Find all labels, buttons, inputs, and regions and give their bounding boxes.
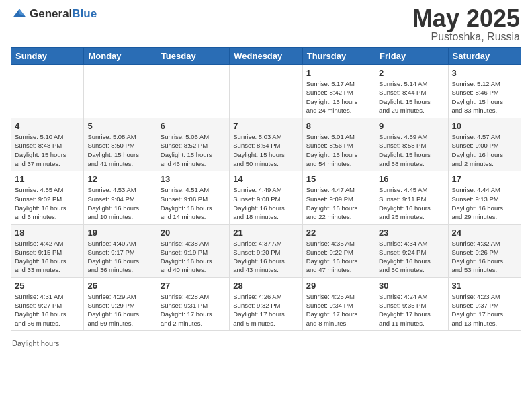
day-info: Sunrise: 4:51 AM Sunset: 9:06 PM Dayligh… [161, 185, 226, 221]
table-row: 10Sunrise: 4:57 AM Sunset: 9:00 PM Dayli… [448, 118, 521, 171]
day-info: Sunrise: 4:31 AM Sunset: 9:27 PM Dayligh… [15, 292, 80, 328]
calendar-row: 4Sunrise: 5:10 AM Sunset: 8:48 PM Daylig… [11, 118, 521, 171]
day-info: Sunrise: 4:23 AM Sunset: 9:37 PM Dayligh… [452, 292, 517, 328]
table-row: 2Sunrise: 5:14 AM Sunset: 8:44 PM Daylig… [375, 65, 448, 118]
day-number: 11 [15, 174, 80, 184]
day-number: 25 [15, 281, 80, 291]
table-row [84, 65, 157, 118]
header-saturday: Saturday [448, 48, 521, 65]
day-number: 17 [452, 174, 517, 184]
calendar-row: 11Sunrise: 4:55 AM Sunset: 9:02 PM Dayli… [11, 171, 521, 224]
day-number: 12 [87, 174, 152, 184]
day-number: 28 [233, 281, 298, 291]
table-row [157, 65, 229, 118]
day-number: 23 [379, 228, 444, 238]
table-row: 6Sunrise: 5:06 AM Sunset: 8:52 PM Daylig… [157, 118, 229, 171]
day-info: Sunrise: 4:28 AM Sunset: 9:31 PM Dayligh… [161, 292, 226, 328]
table-row: 27Sunrise: 4:28 AM Sunset: 9:31 PM Dayli… [157, 277, 229, 330]
day-info: Sunrise: 4:38 AM Sunset: 9:19 PM Dayligh… [161, 239, 226, 275]
day-info: Sunrise: 4:34 AM Sunset: 9:24 PM Dayligh… [379, 239, 444, 275]
table-row: 25Sunrise: 4:31 AM Sunset: 9:27 PM Dayli… [11, 277, 84, 330]
day-info: Sunrise: 4:55 AM Sunset: 9:02 PM Dayligh… [15, 185, 80, 221]
day-info: Sunrise: 5:01 AM Sunset: 8:56 PM Dayligh… [306, 132, 371, 168]
table-row: 26Sunrise: 4:29 AM Sunset: 9:29 PM Dayli… [84, 277, 157, 330]
day-info: Sunrise: 4:32 AM Sunset: 9:26 PM Dayligh… [452, 239, 517, 275]
day-number: 4 [15, 121, 80, 131]
header-sunday: Sunday [11, 48, 84, 65]
day-header-row: Sunday Monday Tuesday Wednesday Thursday… [11, 48, 521, 65]
day-number: 9 [379, 121, 444, 131]
day-info: Sunrise: 5:10 AM Sunset: 8:48 PM Dayligh… [15, 132, 80, 168]
day-number: 7 [233, 121, 298, 131]
day-info: Sunrise: 4:45 AM Sunset: 9:11 PM Dayligh… [379, 185, 444, 221]
day-info: Sunrise: 4:57 AM Sunset: 9:00 PM Dayligh… [452, 132, 517, 168]
day-info: Sunrise: 4:40 AM Sunset: 9:17 PM Dayligh… [87, 239, 152, 275]
calendar-row: 18Sunrise: 4:42 AM Sunset: 9:15 PM Dayli… [11, 224, 521, 277]
header-wednesday: Wednesday [230, 48, 302, 65]
table-row [11, 65, 84, 118]
day-number: 26 [87, 281, 152, 291]
table-row: 19Sunrise: 4:40 AM Sunset: 9:17 PM Dayli… [84, 224, 157, 277]
table-row: 3Sunrise: 5:12 AM Sunset: 8:46 PM Daylig… [448, 65, 521, 118]
day-number: 20 [161, 228, 226, 238]
day-info: Sunrise: 4:25 AM Sunset: 9:34 PM Dayligh… [306, 292, 371, 328]
table-row: 21Sunrise: 4:37 AM Sunset: 9:20 PM Dayli… [230, 224, 302, 277]
day-number: 24 [452, 228, 517, 238]
day-info: Sunrise: 4:47 AM Sunset: 9:09 PM Dayligh… [306, 185, 371, 221]
calendar-table: Sunday Monday Tuesday Wednesday Thursday… [11, 47, 521, 331]
table-row: 11Sunrise: 4:55 AM Sunset: 9:02 PM Dayli… [11, 171, 84, 224]
day-number: 18 [15, 228, 80, 238]
calendar-row: 1Sunrise: 5:17 AM Sunset: 8:42 PM Daylig… [11, 65, 521, 118]
day-number: 30 [379, 281, 444, 291]
day-number: 15 [306, 174, 371, 184]
table-row: 29Sunrise: 4:25 AM Sunset: 9:34 PM Dayli… [302, 277, 375, 330]
day-info: Sunrise: 5:12 AM Sunset: 8:46 PM Dayligh… [452, 79, 517, 115]
table-row: 30Sunrise: 4:24 AM Sunset: 9:35 PM Dayli… [375, 277, 448, 330]
day-info: Sunrise: 5:03 AM Sunset: 8:54 PM Dayligh… [233, 132, 298, 168]
day-info: Sunrise: 4:29 AM Sunset: 9:29 PM Dayligh… [87, 292, 152, 328]
day-number: 3 [452, 68, 517, 78]
day-number: 14 [233, 174, 298, 184]
table-row: 22Sunrise: 4:35 AM Sunset: 9:22 PM Dayli… [302, 224, 375, 277]
day-info: Sunrise: 5:06 AM Sunset: 8:52 PM Dayligh… [161, 132, 226, 168]
day-info: Sunrise: 4:53 AM Sunset: 9:04 PM Dayligh… [87, 185, 152, 221]
table-row: 16Sunrise: 4:45 AM Sunset: 9:11 PM Dayli… [375, 171, 448, 224]
day-number: 22 [306, 228, 371, 238]
logo-general-text: General [30, 7, 72, 20]
day-number: 27 [161, 281, 226, 291]
table-row: 20Sunrise: 4:38 AM Sunset: 9:19 PM Dayli… [157, 224, 229, 277]
day-number: 19 [87, 228, 152, 238]
table-row: 12Sunrise: 4:53 AM Sunset: 9:04 PM Dayli… [84, 171, 157, 224]
header-thursday: Thursday [302, 48, 375, 65]
table-row: 14Sunrise: 4:49 AM Sunset: 9:08 PM Dayli… [230, 171, 302, 224]
day-number: 31 [452, 281, 517, 291]
calendar-wrap: Sunday Monday Tuesday Wednesday Thursday… [0, 47, 532, 336]
table-row: 31Sunrise: 4:23 AM Sunset: 9:37 PM Dayli… [448, 277, 521, 330]
table-row: 24Sunrise: 4:32 AM Sunset: 9:26 PM Dayli… [448, 224, 521, 277]
day-number: 6 [161, 121, 226, 131]
header-friday: Friday [375, 48, 448, 65]
table-row: 9Sunrise: 4:59 AM Sunset: 8:58 PM Daylig… [375, 118, 448, 171]
day-number: 10 [452, 121, 517, 131]
day-info: Sunrise: 4:42 AM Sunset: 9:15 PM Dayligh… [15, 239, 80, 275]
table-row: 28Sunrise: 4:26 AM Sunset: 9:32 PM Dayli… [230, 277, 302, 330]
day-number: 16 [379, 174, 444, 184]
table-row: 13Sunrise: 4:51 AM Sunset: 9:06 PM Dayli… [157, 171, 229, 224]
day-number: 8 [306, 121, 371, 131]
day-number: 13 [161, 174, 226, 184]
table-row: 23Sunrise: 4:34 AM Sunset: 9:24 PM Dayli… [375, 224, 448, 277]
day-info: Sunrise: 5:08 AM Sunset: 8:50 PM Dayligh… [87, 132, 152, 168]
title-block: May 2025 Pustoshka, Russia [412, 7, 520, 43]
header: GeneralBlue May 2025 Pustoshka, Russia [0, 0, 532, 47]
day-number: 5 [87, 121, 152, 131]
day-info: Sunrise: 5:14 AM Sunset: 8:44 PM Dayligh… [379, 79, 444, 115]
logo-blue-text: Blue [72, 7, 97, 20]
footer: Daylight hours [0, 336, 532, 350]
day-info: Sunrise: 4:37 AM Sunset: 9:20 PM Dayligh… [233, 239, 298, 275]
table-row: 4Sunrise: 5:10 AM Sunset: 8:48 PM Daylig… [11, 118, 84, 171]
day-info: Sunrise: 5:17 AM Sunset: 8:42 PM Dayligh… [306, 79, 371, 115]
calendar-row: 25Sunrise: 4:31 AM Sunset: 9:27 PM Dayli… [11, 277, 521, 330]
day-info: Sunrise: 4:59 AM Sunset: 8:58 PM Dayligh… [379, 132, 444, 168]
daylight-label: Daylight hours [12, 339, 59, 347]
day-info: Sunrise: 4:24 AM Sunset: 9:35 PM Dayligh… [379, 292, 444, 328]
